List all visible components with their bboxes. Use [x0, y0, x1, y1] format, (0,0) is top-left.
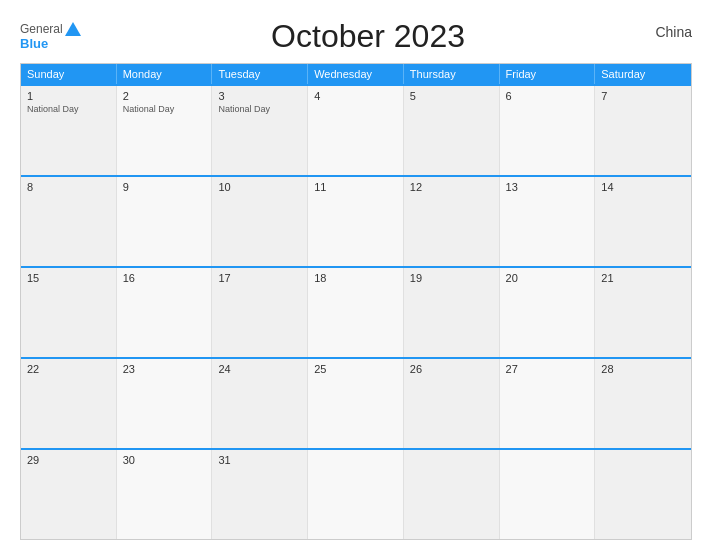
- cal-cell: 4: [308, 86, 404, 175]
- day-number: 29: [27, 454, 110, 466]
- cal-cell: 21: [595, 268, 691, 357]
- cal-cell: 3National Day: [212, 86, 308, 175]
- cal-cell: 29: [21, 450, 117, 539]
- cal-cell: 11: [308, 177, 404, 266]
- day-number: 8: [27, 181, 110, 193]
- day-number: 11: [314, 181, 397, 193]
- day-number: 7: [601, 90, 685, 102]
- cal-cell: 2National Day: [117, 86, 213, 175]
- day-number: 3: [218, 90, 301, 102]
- cal-header-wednesday: Wednesday: [308, 64, 404, 84]
- cal-cell: 16: [117, 268, 213, 357]
- cal-cell: [404, 450, 500, 539]
- cal-cell: 15: [21, 268, 117, 357]
- day-number: 18: [314, 272, 397, 284]
- day-number: 23: [123, 363, 206, 375]
- cal-cell: 13: [500, 177, 596, 266]
- holiday-label: National Day: [27, 104, 110, 116]
- cal-cell: 30: [117, 450, 213, 539]
- cal-header-thursday: Thursday: [404, 64, 500, 84]
- cal-header-saturday: Saturday: [595, 64, 691, 84]
- cal-cell: 5: [404, 86, 500, 175]
- cal-cell: 27: [500, 359, 596, 448]
- cal-cell: 18: [308, 268, 404, 357]
- cal-cell: 1National Day: [21, 86, 117, 175]
- day-number: 5: [410, 90, 493, 102]
- cal-header-friday: Friday: [500, 64, 596, 84]
- cal-header-tuesday: Tuesday: [212, 64, 308, 84]
- cal-header-sunday: Sunday: [21, 64, 117, 84]
- page: General Blue October 2023 China SundayMo…: [0, 0, 712, 550]
- logo-general-text: General: [20, 23, 63, 36]
- cal-cell: [500, 450, 596, 539]
- day-number: 16: [123, 272, 206, 284]
- cal-cell: 6: [500, 86, 596, 175]
- day-number: 13: [506, 181, 589, 193]
- cal-cell: 26: [404, 359, 500, 448]
- day-number: 19: [410, 272, 493, 284]
- day-number: 14: [601, 181, 685, 193]
- cal-cell: 25: [308, 359, 404, 448]
- logo-blue-text: Blue: [20, 37, 48, 51]
- cal-cell: 7: [595, 86, 691, 175]
- day-number: 4: [314, 90, 397, 102]
- country-label: China: [655, 24, 692, 40]
- cal-cell: 14: [595, 177, 691, 266]
- cal-cell: 28: [595, 359, 691, 448]
- cal-cell: 20: [500, 268, 596, 357]
- header: General Blue October 2023 China: [20, 18, 692, 55]
- day-number: 1: [27, 90, 110, 102]
- day-number: 20: [506, 272, 589, 284]
- day-number: 31: [218, 454, 301, 466]
- day-number: 27: [506, 363, 589, 375]
- day-number: 12: [410, 181, 493, 193]
- calendar: SundayMondayTuesdayWednesdayThursdayFrid…: [20, 63, 692, 540]
- day-number: 15: [27, 272, 110, 284]
- cal-cell: [595, 450, 691, 539]
- day-number: 10: [218, 181, 301, 193]
- day-number: 17: [218, 272, 301, 284]
- cal-cell: 23: [117, 359, 213, 448]
- day-number: 22: [27, 363, 110, 375]
- cal-cell: 12: [404, 177, 500, 266]
- cal-cell: 8: [21, 177, 117, 266]
- holiday-label: National Day: [218, 104, 301, 116]
- day-number: 2: [123, 90, 206, 102]
- cal-week-4: 22232425262728: [21, 357, 691, 448]
- cal-cell: 9: [117, 177, 213, 266]
- day-number: 6: [506, 90, 589, 102]
- cal-cell: 24: [212, 359, 308, 448]
- day-number: 26: [410, 363, 493, 375]
- cal-week-2: 891011121314: [21, 175, 691, 266]
- day-number: 28: [601, 363, 685, 375]
- cal-cell: 17: [212, 268, 308, 357]
- day-number: 21: [601, 272, 685, 284]
- cal-cell: 22: [21, 359, 117, 448]
- logo-triangle-icon: [65, 22, 81, 36]
- cal-week-1: 1National Day2National Day3National Day4…: [21, 84, 691, 175]
- calendar-title: October 2023: [81, 18, 656, 55]
- day-number: 25: [314, 363, 397, 375]
- day-number: 9: [123, 181, 206, 193]
- holiday-label: National Day: [123, 104, 206, 116]
- cal-cell: 31: [212, 450, 308, 539]
- day-number: 30: [123, 454, 206, 466]
- cal-week-3: 15161718192021: [21, 266, 691, 357]
- calendar-header-row: SundayMondayTuesdayWednesdayThursdayFrid…: [21, 64, 691, 84]
- cal-cell: 19: [404, 268, 500, 357]
- day-number: 24: [218, 363, 301, 375]
- logo: General Blue: [20, 22, 81, 51]
- cal-header-monday: Monday: [117, 64, 213, 84]
- cal-week-5: 293031: [21, 448, 691, 539]
- cal-cell: 10: [212, 177, 308, 266]
- cal-cell: [308, 450, 404, 539]
